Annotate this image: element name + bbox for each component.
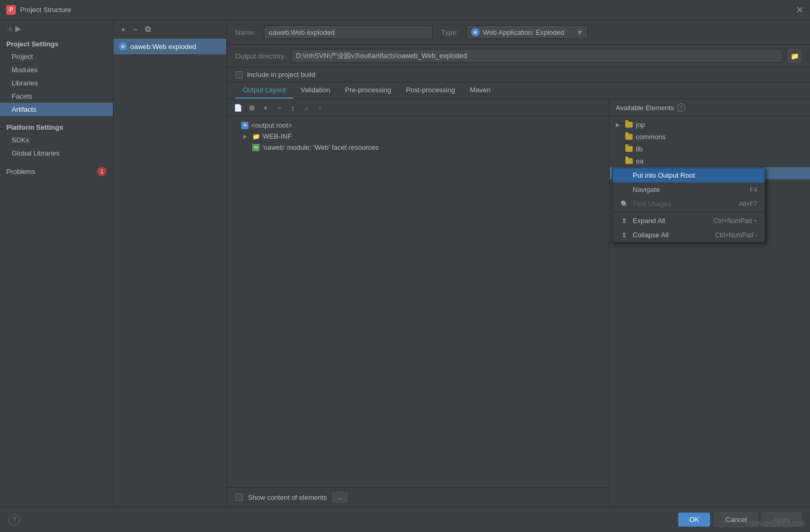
folder-icon-commons <box>625 134 633 140</box>
sidebar-item-project[interactable]: Project <box>0 50 113 63</box>
ctx-expand-all[interactable]: ⇕ Expand All Ctrl+NumPad + <box>613 214 765 228</box>
available-elements-title: Available Elements <box>616 104 674 112</box>
project-structure-window: P Project Structure ✕ ◀ ▶ Project Settin… <box>0 0 810 532</box>
up-tree-btn[interactable]: ▲ <box>301 102 312 113</box>
add-artifact-button[interactable]: + <box>119 24 128 35</box>
tree-item-oaweb-module[interactable]: M 'oaweb' module: 'Web' facet resources <box>227 142 609 153</box>
web-inf-label: WEB-INF <box>263 132 292 140</box>
ctx-find-shortcut: Alt+F7 <box>739 200 757 208</box>
down-tree-btn[interactable]: ▼ <box>315 102 326 113</box>
oaweb-module-label: 'oaweb' module: 'Web' facet resources <box>262 143 379 151</box>
expand-all-icon: ⇕ <box>620 217 628 225</box>
avail-commons-label: commons <box>636 133 665 141</box>
tab-post-processing[interactable]: Post-processing <box>398 82 462 99</box>
columns-tree-btn[interactable]: ⊞ <box>246 102 258 113</box>
avail-lib-label: lib <box>636 145 643 153</box>
tab-pre-processing[interactable]: Pre-processing <box>338 82 398 99</box>
folder-icon-oa <box>625 158 633 164</box>
remove-tree-btn[interactable]: − <box>273 102 285 113</box>
folder-icon-lib <box>625 146 633 152</box>
sidebar-item-modules[interactable]: Modules <box>0 63 113 76</box>
show-content-checkbox[interactable] <box>235 494 243 501</box>
problems-row[interactable]: Problems 1 <box>0 164 113 179</box>
show-content-label: Show content of elements <box>248 494 327 501</box>
type-value: Web Application: Exploded <box>483 28 564 36</box>
tree-item-output-root[interactable]: ⊕ <output root> <box>227 120 609 131</box>
folder-icon-web-inf: 📁 <box>252 133 260 140</box>
ctx-navigate[interactable]: Navigate F4 <box>613 182 765 197</box>
ctx-collapse-label: Collapse All <box>633 231 669 239</box>
nav-forward-button[interactable]: ▶ <box>15 24 21 33</box>
name-input[interactable] <box>264 25 433 39</box>
tab-output-layout[interactable]: Output Layout <box>235 82 293 99</box>
module-icon: M <box>252 144 260 151</box>
ctx-expand-label: Expand All <box>633 217 665 225</box>
available-elements-panel: Available Elements ? ▶ jop commons <box>609 99 810 507</box>
problems-label: Problems <box>6 168 97 176</box>
artifact-header: Name: Type: ⊕ Web Application: Exploded … <box>227 20 810 45</box>
ctx-navigate-label: Navigate <box>633 186 660 194</box>
type-chevron-icon: ▼ <box>576 28 583 36</box>
sort-tree-btn[interactable]: ↕ <box>287 102 299 113</box>
tab-maven[interactable]: Maven <box>462 82 498 99</box>
project-settings-header: Project Settings <box>0 37 113 50</box>
ctx-collapse-all[interactable]: ⇕ Collapse All Ctrl+NumPad - <box>613 228 765 242</box>
avail-item-jop[interactable]: ▶ jop <box>609 119 810 131</box>
output-tree-toolbar: 📄 ⊞ + − ↕ ▲ ▼ <box>227 99 609 117</box>
ctx-find-usages: 🔍 Find Usages Alt+F7 <box>613 197 765 211</box>
available-help-icon[interactable]: ? <box>677 103 685 112</box>
web-exploded-icon: ⊕ <box>119 42 127 51</box>
ctx-put-into-output-root[interactable]: Put into Output Root <box>613 168 765 182</box>
type-select[interactable]: ⊕ Web Application: Exploded ▼ <box>466 25 588 39</box>
tree-item-web-inf[interactable]: ▶ 📁 WEB-INF <box>227 131 609 142</box>
available-header: Available Elements ? <box>609 99 810 117</box>
sidebar: ◀ ▶ Project Settings Project Modules Lib… <box>0 20 113 507</box>
remove-artifact-button[interactable]: − <box>131 24 140 35</box>
avail-jop-label: jop <box>636 121 645 129</box>
main-panel: Name: Type: ⊕ Web Application: Exploded … <box>227 20 810 507</box>
include-project-build-label: Include in project build <box>247 71 315 79</box>
folder-icon-jop <box>625 122 633 128</box>
help-button[interactable]: ? <box>8 514 20 526</box>
add-tree-btn[interactable]: + <box>260 102 271 113</box>
tabs-row: Output Layout Validation Pre-processing … <box>227 82 810 99</box>
watermark: CSDN @huan1213858 <box>745 520 805 527</box>
ctx-separator <box>613 212 765 212</box>
sidebar-item-libraries[interactable]: Libraries <box>0 76 113 90</box>
ctx-expand-shortcut: Ctrl+NumPad + <box>713 217 757 225</box>
output-dir-input[interactable] <box>291 49 783 63</box>
collapse-all-icon: ⇕ <box>620 231 628 239</box>
ctx-find-label: Find Usages <box>633 200 671 208</box>
artifact-item-oaweb[interactable]: ⊕ oaweb:Web exploded <box>113 38 226 54</box>
ok-button[interactable]: OK <box>678 512 710 527</box>
output-root-label: <output root> <box>251 121 292 129</box>
tab-validation[interactable]: Validation <box>293 82 338 99</box>
problems-badge: 1 <box>97 167 107 176</box>
output-dir-row: Output directory: 📁 <box>227 45 810 67</box>
show-content-tree-btn[interactable]: 📄 <box>232 102 244 113</box>
avail-item-oa[interactable]: oa <box>609 155 810 167</box>
copy-artifact-button[interactable]: ⧉ <box>143 23 153 35</box>
sidebar-item-sdks[interactable]: SDKs <box>0 133 113 147</box>
dir-browse-button[interactable]: 📁 <box>788 49 802 63</box>
find-usages-icon: 🔍 <box>620 200 628 208</box>
artifact-toolbar: + − ⧉ <box>113 20 226 38</box>
nav-row: ◀ ▶ <box>0 20 113 37</box>
avail-item-commons[interactable]: commons <box>609 131 810 143</box>
nav-back-button[interactable]: ◀ <box>6 24 12 33</box>
main-content: ◀ ▶ Project Settings Project Modules Lib… <box>0 20 810 507</box>
ellipsis-button[interactable]: ... <box>332 492 347 502</box>
include-project-build-checkbox[interactable] <box>235 71 243 79</box>
output-root-icon: ⊕ <box>241 122 249 129</box>
output-tree-panel: 📄 ⊞ + − ↕ ▲ ▼ ⊕ <output root> <box>227 99 609 507</box>
sidebar-item-facets[interactable]: Facets <box>0 90 113 103</box>
ctx-navigate-shortcut: F4 <box>750 186 757 194</box>
sidebar-item-artifacts[interactable]: Artifacts <box>0 103 113 116</box>
close-button[interactable]: ✕ <box>796 5 804 15</box>
dialog-footer: ? OK Cancel Apply <box>0 507 810 532</box>
app-icon: P <box>6 5 16 15</box>
avail-item-lib[interactable]: lib <box>609 143 810 155</box>
title-bar: P Project Structure ✕ <box>0 0 810 20</box>
sidebar-item-global-libraries[interactable]: Global Libraries <box>0 147 113 160</box>
ctx-put-label: Put into Output Root <box>633 171 695 179</box>
